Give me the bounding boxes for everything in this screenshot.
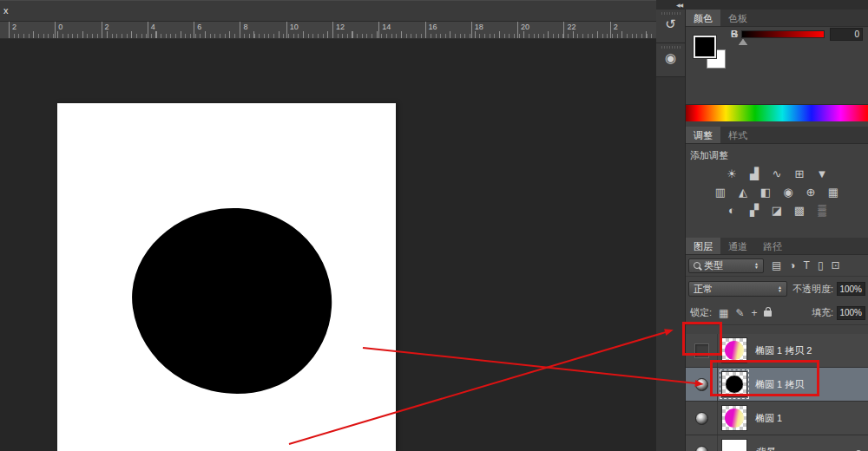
ruler-number: 2 (9, 22, 55, 38)
layers-panel: 图层 通道 路径 类型 ▲▼ ▤◑T▯⊡ 正常 (686, 238, 868, 451)
visibility-toggle[interactable] (686, 368, 718, 401)
properties-panel-icon[interactable]: ◉ (656, 43, 685, 77)
lock-transparency-icon[interactable]: ▦ (719, 307, 728, 319)
layer-row-ellipse-1[interactable]: 椭圆 1 (686, 402, 868, 435)
panel-collapse-bar: ◀◀ (656, 0, 868, 10)
threshold-icon[interactable]: ◪ (769, 204, 786, 217)
layer-lock-icon (854, 448, 862, 451)
layer-thumbnail[interactable] (721, 405, 747, 431)
layer-filter-row: 类型 ▲▼ ▤◑T▯⊡ (686, 255, 868, 277)
canvas-pasteboard[interactable] (0, 39, 656, 451)
opacity-value-field[interactable]: 100% (837, 282, 865, 296)
levels-icon[interactable]: ▟ (746, 167, 763, 180)
vibrance-icon[interactable]: ▼ (814, 167, 831, 180)
layer-name[interactable]: 椭圆 1 (755, 412, 782, 425)
color-panel: 颜色 色板 R 0 G 0 B 0 (686, 10, 868, 126)
curves-icon[interactable]: ∿ (769, 167, 786, 180)
channel-slider[interactable] (741, 30, 825, 38)
black-ellipse-shape (121, 195, 344, 408)
right-panel-column: 颜色 色板 R 0 G 0 B 0 (686, 10, 868, 451)
opacity-label: 不透明度: (792, 283, 833, 296)
eye-icon[interactable] (695, 446, 708, 451)
document-tab-close-button[interactable]: x (3, 6, 9, 16)
color-channel-row: B 0 (731, 27, 863, 41)
filter-shape-layers-icon[interactable]: ▯ (818, 259, 824, 271)
foreground-color-swatch[interactable] (694, 36, 716, 58)
layer-name[interactable]: 椭圆 1 拷贝 2 (755, 344, 812, 357)
ruler-number: 6 (194, 22, 240, 38)
visibility-toggle[interactable] (686, 334, 718, 367)
tab-color[interactable]: 颜色 (686, 10, 720, 26)
horizontal-ruler: 202468101214161820222 (0, 22, 656, 39)
layer-thumbnail[interactable] (721, 371, 747, 397)
layer-thumbnail[interactable] (721, 439, 747, 451)
photo-filter-icon[interactable]: ◉ (780, 186, 797, 199)
tab-swatches[interactable]: 色板 (720, 10, 755, 26)
ruler-number: 0 (55, 22, 101, 38)
filter-smart-objects-icon[interactable]: ⊡ (832, 259, 840, 271)
kind-label: 类型 (704, 259, 723, 272)
panel-grip (661, 12, 681, 15)
layer-row-ellipse-1-copy[interactable]: 椭圆 1 拷贝 (686, 368, 868, 402)
collapse-panels-icon[interactable]: ◀◀ (676, 2, 682, 8)
layer-row-background[interactable]: 背景 (686, 435, 868, 451)
ruler-number: 4 (148, 22, 194, 38)
search-icon (694, 262, 700, 269)
blend-mode-row: 正常 ▲▼ 不透明度: 100% (686, 277, 868, 301)
document-canvas[interactable] (57, 103, 396, 451)
channel-value-field[interactable]: 0 (830, 28, 863, 41)
lock-options-row: 锁定: ▦✎+ 填充: 100% (686, 301, 868, 325)
invert-icon[interactable]: ◐ (724, 204, 740, 217)
lock-move-icon[interactable]: + (751, 307, 757, 319)
fill-label: 填充: (812, 306, 833, 319)
photoshop-window: x 202468101214161820222 ◀◀ ↺ ◉ 颜色 色板 (0, 0, 868, 451)
color-panel-tabs: 颜色 色板 (686, 10, 868, 27)
adjustments-panel: 调整 样式 添加调整 ☀▟∿⊞▼ ▥◭◧◉⊕▦ ◐▞◪▩▒ (686, 127, 868, 238)
ruler-number: 18 (471, 22, 517, 38)
color-balance-icon[interactable]: ◭ (735, 186, 752, 199)
blend-mode-dropdown[interactable]: 正常 ▲▼ (688, 281, 787, 297)
eye-icon[interactable] (695, 378, 708, 391)
channel-mixer-icon[interactable]: ⊕ (803, 186, 819, 199)
layers-panel-tabs: 图层 通道 路径 (686, 238, 868, 255)
ruler-number: 8 (240, 22, 286, 38)
filter-pixel-layers-icon[interactable]: ▤ (772, 259, 781, 271)
lock-label: 锁定: (690, 306, 712, 319)
slider-thumb-icon[interactable] (739, 39, 747, 45)
gradient-map-icon[interactable]: ▒ (814, 204, 831, 217)
eye-icon[interactable] (695, 412, 708, 425)
exposure-icon[interactable]: ⊞ (792, 167, 808, 180)
visibility-checkbox-empty[interactable] (694, 343, 709, 358)
ruler-number: 2 (102, 22, 148, 38)
tab-channels[interactable]: 通道 (720, 238, 755, 254)
filter-adjustment-layers-icon[interactable]: ◑ (789, 259, 795, 271)
add-adjustment-label: 添加调整 (686, 144, 868, 162)
layer-thumbnail[interactable] (721, 337, 747, 363)
selective-color-icon[interactable]: ▩ (792, 204, 808, 217)
lock-paint-icon[interactable]: ✎ (735, 307, 744, 319)
tab-paths[interactable]: 路径 (755, 238, 790, 254)
layer-name[interactable]: 椭圆 1 拷贝 (755, 378, 804, 391)
color-spectrum-ramp[interactable] (686, 104, 868, 121)
document-tab-bar: x (0, 0, 656, 22)
history-panel-icon[interactable]: ↺ (656, 10, 685, 43)
black-white-icon[interactable]: ◧ (758, 186, 774, 199)
layer-row-ellipse-1-copy-2[interactable]: 椭圆 1 拷贝 2 (686, 334, 868, 368)
filter-type-layers-icon[interactable]: T (804, 259, 810, 271)
posterize-icon[interactable]: ▞ (746, 204, 763, 217)
fill-value-field[interactable]: 100% (837, 306, 865, 320)
tab-styles[interactable]: 样式 (720, 127, 755, 143)
updown-arrows-icon: ▲▼ (778, 285, 782, 292)
tab-layers[interactable]: 图层 (686, 238, 720, 254)
tab-adjustments[interactable]: 调整 (686, 127, 720, 143)
layer-list: 椭圆 1 拷贝 2 椭圆 1 拷贝 椭圆 1 (686, 334, 868, 451)
visibility-toggle[interactable] (686, 435, 718, 451)
lock-all-icon[interactable] (764, 307, 772, 319)
layer-filter-kind-dropdown[interactable]: 类型 ▲▼ (688, 258, 764, 273)
visibility-toggle[interactable] (686, 402, 718, 435)
color-lookup-icon[interactable]: ▦ (825, 186, 842, 199)
brightness-contrast-icon[interactable]: ☀ (724, 167, 740, 180)
hue-saturation-icon[interactable]: ▥ (713, 186, 729, 199)
adjustments-panel-tabs: 调整 样式 (686, 127, 868, 144)
layer-name[interactable]: 背景 (755, 446, 774, 451)
